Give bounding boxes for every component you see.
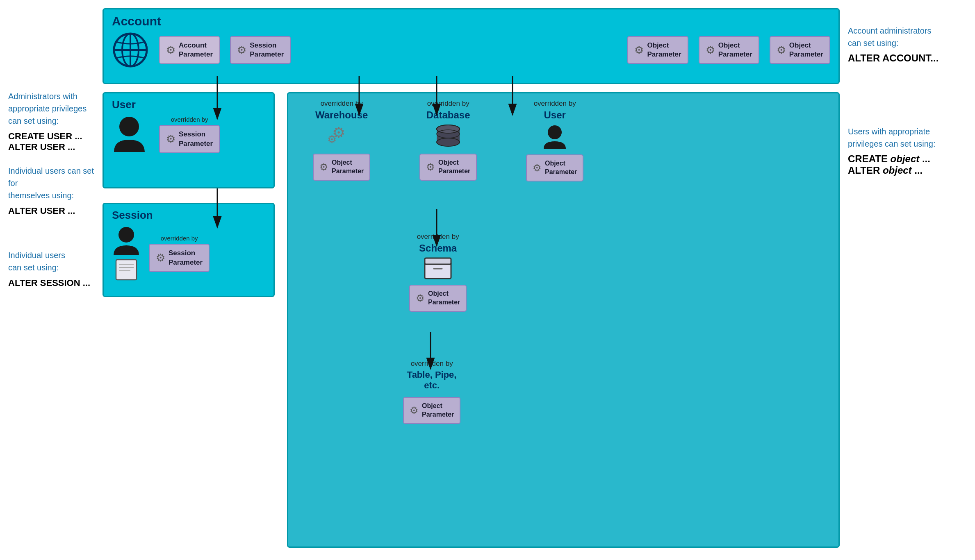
user-obj-param-label: ObjectParameter (545, 159, 577, 177)
svg-point-5 (118, 227, 134, 243)
session-document-icon (114, 258, 139, 281)
ov-warehouse: overridden by (321, 100, 363, 108)
user-obj-title: User (544, 109, 565, 121)
svg-point-13 (437, 125, 460, 133)
schema-obj-param: ⚙ ObjectParameter (409, 285, 467, 312)
account-param-label: AccountParameter (179, 41, 213, 59)
session-param-label-user: SessionParameter (179, 130, 213, 148)
overridden-by-user: overridden by (171, 116, 208, 123)
user-obj-param: ⚙ ObjectParameter (526, 154, 583, 181)
warehouse-column: overridden by Warehouse ⚙ ⚙ ⚙ ObjectPara… (313, 100, 370, 181)
globe-icon (112, 32, 149, 68)
database-param-label: ObjectParameter (438, 159, 470, 176)
ov-user-obj: overridden by (534, 100, 576, 108)
overridden-by-session: overridden by (161, 235, 198, 242)
ov-database: overridden by (427, 100, 469, 108)
object-param-box-3: ⚙ ObjectParameter (770, 36, 830, 64)
gear-icon-db: ⚙ (426, 161, 435, 173)
obj-param-label-3: ObjectParameter (789, 41, 823, 59)
database-icon (435, 124, 462, 149)
obj-param-label-1: ObjectParameter (647, 41, 681, 59)
table-title: Table, Pipe,etc. (407, 370, 457, 391)
gear-icon-obj3: ⚙ (777, 44, 786, 57)
warehouse-param-label: ObjectParameter (332, 159, 364, 176)
gear-icon-wh: ⚙ (319, 161, 328, 173)
create-alter-object-cmd: CREATE object ...ALTER object ... (848, 153, 967, 176)
admin-text: Administrators withappropriate privilege… (8, 90, 98, 127)
gear-icon-obj1: ⚙ (634, 44, 644, 57)
svg-point-15 (548, 125, 562, 139)
alter-user-cmd: ALTER USER ... (8, 206, 98, 216)
warehouse-title: Warehouse (315, 109, 368, 121)
account-box: Account ⚙ AccountParameter ⚙ SessionPara… (103, 8, 840, 84)
svg-rect-6 (116, 260, 137, 280)
users-priv-text: Users with appropriateprivileges can set… (848, 125, 967, 150)
database-column: overridden by Database ⚙ ObjectParameter (419, 100, 477, 181)
session-param-box-account: ⚙ SessionParameter (230, 36, 291, 64)
objects-box: overridden by Warehouse ⚙ ⚙ ⚙ ObjectPara… (287, 92, 840, 548)
svg-point-12 (437, 138, 460, 146)
warehouse-obj-param: ⚙ ObjectParameter (313, 154, 370, 181)
user-title: User (112, 98, 265, 111)
ov-schema: overridden by (417, 233, 459, 241)
schema-icon (424, 257, 452, 280)
session-person-icon (112, 226, 141, 256)
user-obj-column: overridden by User ⚙ ObjectParameter (526, 100, 583, 181)
warehouse-icon: ⚙ ⚙ (327, 124, 356, 149)
table-param-label: ObjectParameter (422, 402, 454, 419)
session-param-box-user: ⚙ SessionParameter (159, 125, 220, 153)
table-obj-param: ⚙ ObjectParameter (403, 397, 460, 424)
database-obj-param: ⚙ ObjectParameter (419, 154, 477, 181)
database-title: Database (426, 109, 470, 121)
account-param-box: ⚙ AccountParameter (159, 36, 220, 64)
schema-column: overridden by Schema ⚙ ObjectParameter (409, 233, 467, 312)
gear-icon-user-obj: ⚙ (533, 162, 542, 174)
user-box: User overridden by ⚙ SessionParameter (103, 92, 275, 188)
object-param-box-1: ⚙ ObjectParameter (627, 36, 688, 64)
session-title: Session (112, 209, 265, 222)
gear-icon-obj2: ⚙ (706, 44, 715, 57)
obj-param-label-2: ObjectParameter (718, 41, 752, 59)
account-admin-text: Account administratorscan set using: (848, 25, 967, 49)
gear-icon-acct-param: ⚙ (166, 44, 175, 57)
schema-param-label: ObjectParameter (428, 290, 460, 307)
gear-icon-sess-user: ⚙ (166, 133, 175, 145)
user-small-icon (542, 124, 567, 150)
individual-user-text: Individual users can set forthemselves u… (8, 165, 98, 202)
gear-icon-table: ⚙ (410, 405, 419, 416)
svg-rect-17 (425, 258, 451, 264)
object-param-box-2: ⚙ ObjectParameter (699, 36, 759, 64)
gear-icon-schema: ⚙ (416, 292, 425, 304)
session-param-label-account: SessionParameter (250, 41, 284, 59)
user-person-icon (112, 115, 147, 154)
session-param-box-session: ⚙ SessionParameter (149, 244, 210, 272)
session-param-label-session: SessionParameter (169, 249, 203, 267)
left-sidebar: Administrators withappropriate privilege… (8, 90, 98, 288)
table-column: overridden by Table, Pipe,etc. ⚙ ObjectP… (403, 360, 460, 424)
gear-icon-sess-session: ⚙ (156, 252, 165, 264)
individual-session-text: Individual userscan set using: (8, 249, 98, 274)
alter-session-cmd: ALTER SESSION ... (8, 278, 98, 288)
svg-point-4 (119, 117, 139, 136)
right-sidebar: Account administratorscan set using: ALT… (848, 25, 967, 176)
account-title: Account (112, 14, 830, 28)
ov-table: overridden by (411, 360, 453, 368)
gear-icon-sess-param-acct: ⚙ (237, 44, 246, 57)
schema-title: Schema (419, 243, 457, 254)
alter-account-cmd: ALTER ACCOUNT... (848, 52, 967, 64)
session-box: Session overridden by (103, 203, 275, 297)
create-alter-user-cmd: CREATE USER ...ALTER USER ... (8, 131, 98, 152)
